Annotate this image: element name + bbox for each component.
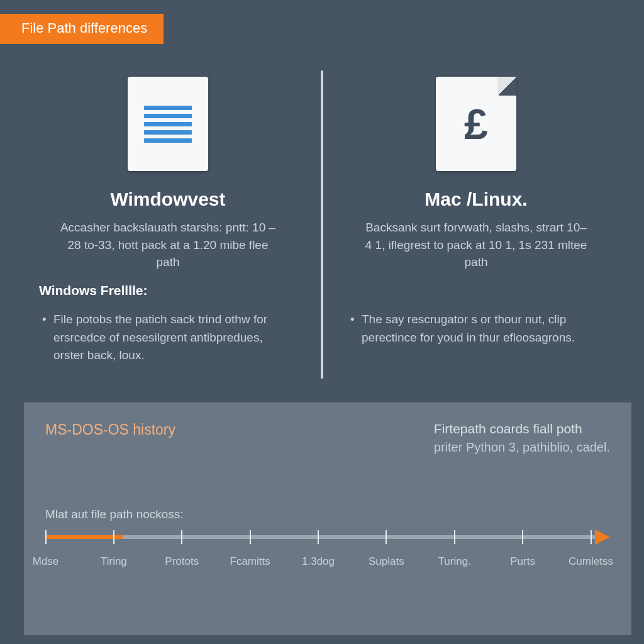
mac-linux-bullet: The say rescrugator s or thour nut, clip… <box>350 311 602 347</box>
timeline: Mdse Tiring Protots Fcamitts 1.3dog Supl… <box>45 530 610 573</box>
windows-subheading: Windows Frelllle: <box>39 283 148 298</box>
page-title: File Path differences <box>21 20 147 36</box>
windows-bullet-col: File potobs the patich sack trind othw f… <box>42 311 294 365</box>
tick-label: Mdse <box>33 555 59 568</box>
timeline-tick: 1.3dog <box>318 530 319 573</box>
history-right-block: Firtepath coards fiall poth priter Pytho… <box>434 421 610 455</box>
tick-label: Turing. <box>438 555 471 568</box>
timeline-ticks: Mdse Tiring Protots Fcamitts 1.3dog Supl… <box>45 530 591 573</box>
history-title: MS-DOS-OS history <box>45 421 175 455</box>
timeline-tick: Suplats <box>386 530 387 573</box>
windows-column: Wimdowvest Accasher backslauath starshs:… <box>42 77 294 271</box>
timeline-caption: Mlat aut file path nockoss: <box>45 508 610 521</box>
mac-linux-bullet-col: The say rescrugator s or thour nut, clip… <box>350 311 602 365</box>
page-fold-icon <box>497 77 516 96</box>
timeline-tick: Purts <box>523 530 523 573</box>
tick-label: Fcamitts <box>230 555 270 568</box>
code-document-icon: £ <box>436 77 516 171</box>
tick-label: 1.3dog <box>302 555 335 568</box>
timeline-tick: Tiring <box>113 530 114 573</box>
mac-linux-heading: Mac /Linux. <box>350 189 602 210</box>
history-right-line2: priter Python 3, pathiblio, cadel. <box>434 440 610 455</box>
timeline-tick: Fcamitts <box>250 530 250 573</box>
text-document-icon <box>128 77 208 171</box>
timeline-tick: Cumletss <box>591 530 591 573</box>
tick-label: Tiring <box>101 555 127 568</box>
windows-bullet: File potobs the patich sack trind othw f… <box>42 311 294 365</box>
timeline-tick: Mdse <box>45 530 46 573</box>
windows-heading: Wimdowvest <box>42 189 294 210</box>
mac-linux-column: £ Mac /Linux. Backsank surt forvwath, sl… <box>350 77 602 271</box>
tick-label: Suplats <box>369 555 404 568</box>
tick-label: Protots <box>165 555 199 568</box>
page-title-banner: File Path differences <box>0 14 164 44</box>
history-panel: MS-DOS-OS history Firtepath coards fiall… <box>24 402 631 635</box>
timeline-arrow-icon <box>595 530 610 545</box>
windows-description: Accasher backslauath starshs: pntt: 10 –… <box>42 219 294 271</box>
document-lines-icon <box>144 102 192 147</box>
bullet-section: File potobs the patich sack trind othw f… <box>0 311 644 365</box>
tick-label: Purts <box>510 555 535 568</box>
history-header-row: MS-DOS-OS history Firtepath coards fiall… <box>45 421 610 455</box>
timeline-tick: Protots <box>182 530 182 573</box>
history-right-line1: Firtepath coards fiall poth <box>434 421 610 436</box>
pound-glyph-icon: £ <box>464 103 488 145</box>
mac-linux-description: Backsank surt forvwath, slashs, strart 1… <box>350 219 602 271</box>
timeline-tick: Turing. <box>454 530 455 573</box>
tick-label: Cumletss <box>569 555 613 568</box>
